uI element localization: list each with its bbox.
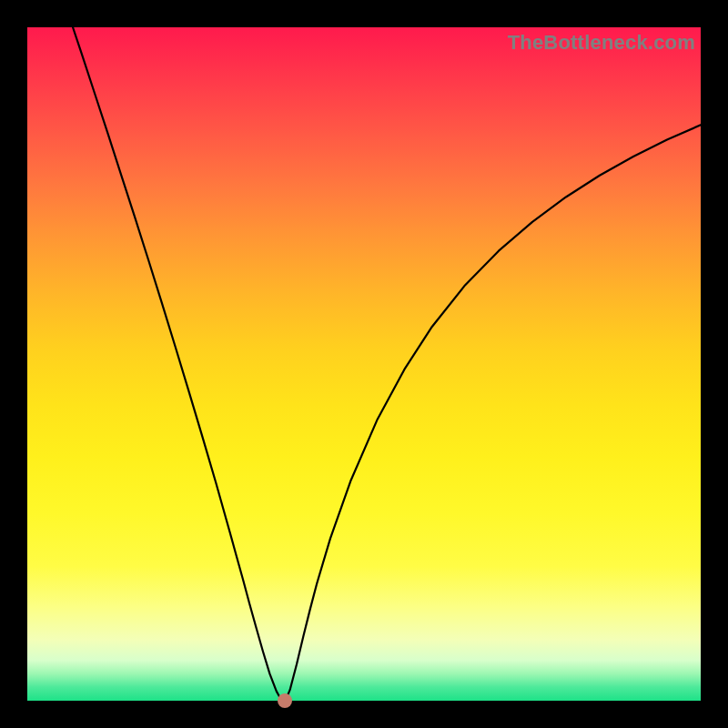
optimum-marker [278,693,292,708]
plot-area: TheBottleneck.com [27,27,701,701]
chart-container: TheBottleneck.com [0,0,728,728]
bottleneck-curve [27,27,701,701]
